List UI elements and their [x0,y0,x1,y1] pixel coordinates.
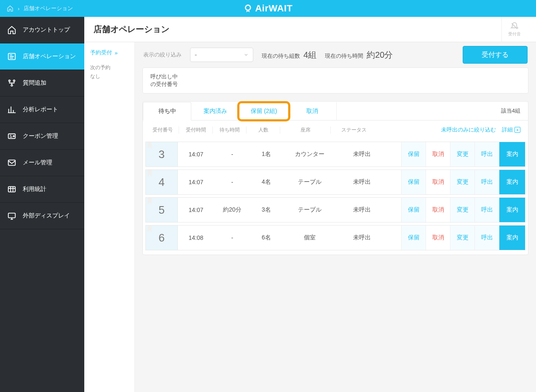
tab-3[interactable]: 取消 [288,102,337,121]
cancel-button[interactable]: 取消 [426,142,450,166]
cancel-button[interactable]: 取消 [426,226,450,250]
svg-rect-8 [8,213,16,218]
cell-receipt-time: 14:07 [178,170,214,194]
sidebar-icon [7,52,17,61]
hold-button[interactable]: 保留 [401,198,426,222]
logo: AirWAIT [243,3,292,14]
chevron-right-icon: › [18,5,19,12]
svg-rect-6 [8,160,16,166]
hold-button[interactable]: 保留 [401,170,426,194]
sidebar-item-2[interactable]: 質問追加 [0,70,84,97]
breadcrumb-current: 店舗オペレーション [24,5,73,12]
svg-point-1 [9,80,11,82]
sidebar-item-5[interactable]: メール管理 [0,150,84,176]
cell-seat: テーブル [282,198,337,222]
cell-wait-time: - [214,142,250,166]
chevron-down-icon [244,52,249,57]
call-button[interactable]: 呼出 [474,142,499,166]
sidebar-icon [7,132,17,141]
cell-seat: 個室 [282,226,337,250]
cell-people: 6名 [250,226,282,250]
guide-button[interactable]: 案内 [499,170,525,194]
accept-button[interactable]: 受付する [463,46,528,64]
table-body: 314:07-1名カウンター未呼出保留取消変更呼出案内414:07-4名テーブル… [143,142,528,255]
cell-people: 1名 [250,142,282,166]
svg-point-2 [13,80,15,82]
col-seat: 座席 [280,126,331,134]
subnav-selected[interactable]: 予約受付 » [90,49,129,56]
cancel-button[interactable]: 取消 [426,170,450,194]
col-receipt-number: 受付番号 [146,126,179,134]
call-button[interactable]: 呼出 [474,198,499,222]
sidebar-icon [7,158,17,167]
tab-label: 待ち中 [158,107,176,115]
change-button[interactable]: 変更 [450,142,474,166]
svg-point-3 [11,85,13,86]
sidebar-icon [7,185,17,194]
tab-label: 取消 [306,107,318,115]
guide-button[interactable]: 案内 [499,198,525,222]
next-reservation-value: なし [90,73,129,80]
col-people: 人数 [247,126,280,134]
home-icon[interactable] [7,5,13,12]
hold-button[interactable]: 保留 [401,226,426,250]
sidebar-item-7[interactable]: 外部ディスプレイ [0,203,84,229]
bell-label: 受付音 [508,31,521,37]
cancel-button[interactable]: 取消 [426,198,450,222]
tab-0[interactable]: 待ち中 [143,102,191,121]
guide-button[interactable]: 案内 [499,226,525,250]
sidebar-item-label: クーポン管理 [23,132,58,140]
detail-toggle[interactable]: 詳細 + [502,126,520,134]
tab-1[interactable]: 案内済み [191,102,240,121]
sidebar-icon [7,78,17,88]
sub-navigation: 予約受付 » 次の予約 なし [84,42,135,392]
wait-groups-stat: 現在の待ち組数 4組 [262,49,316,61]
tabs: 待ち中案内済み保留 (2組)取消該当4組 [143,102,528,121]
table-row: 314:07-1名カウンター未呼出保留取消変更呼出案内 [145,142,525,167]
page-title: 店舗オペレーション [94,24,169,35]
sidebar-item-3[interactable]: 分析レポート [0,97,84,123]
change-button[interactable]: 変更 [450,226,474,250]
change-button[interactable]: 変更 [450,198,474,222]
call-button[interactable]: 呼出 [474,226,499,250]
svg-point-5 [13,136,14,137]
breadcrumb: › 店舗オペレーション [0,5,73,12]
table-row: 614:08-6名個室未呼出保留取消変更呼出案内 [145,225,525,250]
filter-select[interactable]: - [190,48,253,62]
hold-button[interactable]: 保留 [401,142,426,166]
sidebar-item-label: メール管理 [23,159,52,166]
cell-wait-time: - [214,226,250,250]
notification-sound-toggle[interactable]: 受付音 [501,17,527,42]
sidebar-item-label: 外部ディスプレイ [23,212,70,220]
sidebar-item-6[interactable]: 利用統計 [0,176,84,203]
cell-status: 未呼出 [337,142,387,166]
sidebar-item-1[interactable]: 店舗オペレーション [0,43,84,70]
filter-label: 表示の絞り込み [143,51,182,59]
sidebar-icon [7,105,17,114]
table-row: 514:07約20分3名テーブル未呼出保留取消変更呼出案内 [145,197,525,223]
filter-uncalled-link[interactable]: 未呼出のみに絞り込む [441,126,496,134]
sidebar-item-label: 店舗オペレーション [23,53,76,60]
cell-status: 未呼出 [337,198,387,222]
cell-receipt-time: 14:07 [178,198,214,222]
tab-label: 保留 (2組) [251,107,277,115]
sidebar-item-label: 利用統計 [23,185,46,193]
cell-seat: カウンター [282,142,337,166]
queue-panel: 待ち中案内済み保留 (2組)取消該当4組 受付番号 受付時間 待ち時間 人数 座… [142,101,528,255]
change-button[interactable]: 変更 [450,170,474,194]
sidebar-icon [7,211,17,220]
cell-receipt-time: 14:07 [178,142,214,166]
cell-receipt-time: 14:08 [178,226,214,250]
double-chevron-icon: » [115,50,118,56]
cell-wait-time: - [214,170,250,194]
sidebar-item-label: 分析レポート [23,106,58,113]
sidebar-item-label: アカウントトップ [23,26,70,34]
sidebar-item-0[interactable]: アカウントトップ [0,17,84,43]
guide-button[interactable]: 案内 [499,142,525,166]
tab-2[interactable]: 保留 (2組) [240,102,288,121]
logo-text: AirWAIT [255,3,292,14]
sidebar-item-4[interactable]: クーポン管理 [0,123,84,150]
table-row: 414:07-4名テーブル未呼出保留取消変更呼出案内 [145,169,525,195]
callout-panel: 呼び出し中 の受付番号 [142,67,528,94]
call-button[interactable]: 呼出 [474,170,499,194]
